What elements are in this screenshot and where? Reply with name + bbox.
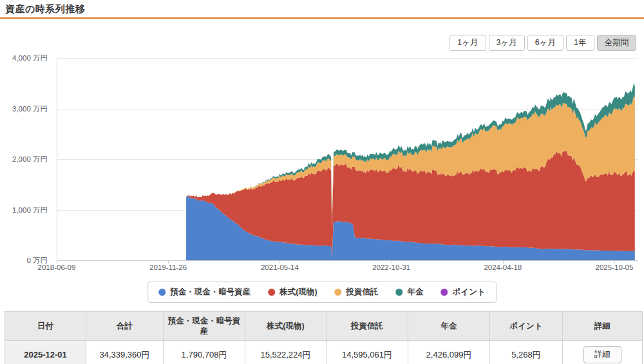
column-header: 日付 <box>5 312 86 341</box>
range-button-6ヶ月[interactable]: 6ヶ月 <box>527 35 564 51</box>
legend-dot-icon <box>441 289 448 296</box>
x-tick-label: 2018-06-09 <box>21 263 92 271</box>
legend-dot-icon <box>158 289 166 296</box>
column-header: 年金 <box>408 312 490 341</box>
column-header: 株式(現物) <box>245 312 327 341</box>
y-tick-label: 2,000 万円 <box>0 154 48 164</box>
x-tick-label: 2022-10-31 <box>356 263 427 271</box>
legend-label: 年金 <box>408 287 424 298</box>
value-cell: 34,339,360円 <box>86 341 164 364</box>
x-tick-label: 2024-04-18 <box>468 263 538 271</box>
legend-dot-icon <box>335 289 342 296</box>
value-cell: 1,790,708円 <box>164 341 245 364</box>
table-row: 2025-12-0134,339,360円1,790,708円15,522,22… <box>5 341 643 364</box>
asset-history-page: 資産の時系列推移 1ヶ月3ヶ月6ヶ月1年全期間 0 万円1,000 万円2,00… <box>0 0 644 364</box>
range-button-3ヶ月[interactable]: 3ヶ月 <box>489 35 525 51</box>
range-button-1年[interactable]: 1年 <box>566 35 594 51</box>
asset-history-table: 日付合計預金・現金・暗号資産株式(現物)投資信託年金ポイント詳細2025-12-… <box>5 311 643 364</box>
y-tick-label: 4,000 万円 <box>0 53 48 63</box>
table-header-row: 日付合計預金・現金・暗号資産株式(現物)投資信託年金ポイント詳細 <box>5 312 643 341</box>
detail-button[interactable]: 詳細 <box>583 346 621 363</box>
legend-item[interactable]: 預金・現金・暗号資産 <box>158 287 251 298</box>
legend-item[interactable]: ポイント <box>441 287 486 298</box>
column-header: 投資信託 <box>327 312 408 341</box>
legend-item[interactable]: 株式(現物) <box>268 287 317 298</box>
title-accent-rule <box>0 17 644 19</box>
y-tick-label: 1,000 万円 <box>0 205 48 215</box>
legend-dot-icon <box>268 289 275 296</box>
chart-plot-area <box>57 58 638 261</box>
stacked-area-svg <box>57 58 638 260</box>
legend-dot-icon <box>396 289 403 296</box>
y-tick-label: 3,000 万円 <box>0 104 48 114</box>
legend-item[interactable]: 投資信託 <box>335 287 379 298</box>
range-button-全期間[interactable]: 全期間 <box>597 35 637 51</box>
x-tick-label: 2021-05-14 <box>244 263 315 271</box>
value-cell: 5,268円 <box>490 341 563 364</box>
page-title: 資産の時系列推移 <box>5 3 85 15</box>
x-tick-label: 2019-11-26 <box>133 263 204 271</box>
detail-cell: 詳細 <box>563 341 643 364</box>
time-range-button-group: 1ヶ月3ヶ月6ヶ月1年全期間 <box>450 35 636 51</box>
legend-label: 投資信託 <box>346 287 379 298</box>
legend-label: 株式(現物) <box>279 287 317 298</box>
legend-label: 預金・現金・暗号資産 <box>170 287 251 298</box>
value-cell: 14,595,061円 <box>327 341 408 364</box>
chart-legend: 預金・現金・暗号資産株式(現物)投資信託年金ポイント <box>147 282 497 303</box>
column-header: 詳細 <box>563 312 643 341</box>
column-header: 合計 <box>86 312 164 341</box>
date-cell: 2025-12-01 <box>5 341 86 364</box>
range-button-1ヶ月[interactable]: 1ヶ月 <box>450 35 486 51</box>
legend-label: ポイント <box>453 287 486 298</box>
x-tick-label: 2025-10-05 <box>579 263 644 271</box>
legend-item[interactable]: 年金 <box>396 287 424 298</box>
column-header: ポイント <box>490 312 563 341</box>
value-cell: 2,426,099円 <box>408 341 490 364</box>
column-header: 預金・現金・暗号資産 <box>164 312 245 341</box>
value-cell: 15,522,224円 <box>245 341 327 364</box>
